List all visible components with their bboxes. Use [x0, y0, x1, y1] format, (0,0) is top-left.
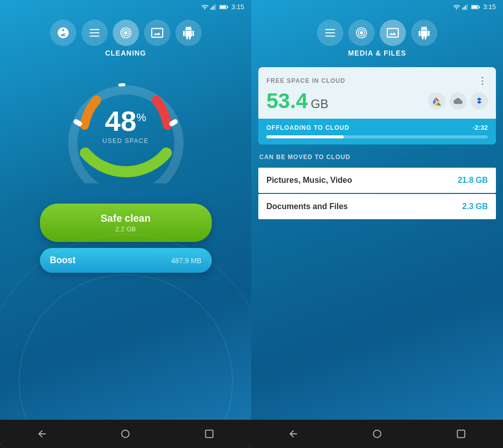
clean-icon — [119, 26, 132, 39]
icloud-icon-btn[interactable] — [449, 92, 467, 110]
nav-menu-btn[interactable] — [81, 20, 108, 46]
cloud-card-header: FREE SPACE IN CLOUD ⋮ — [266, 75, 488, 86]
menu-icon — [88, 26, 101, 39]
cloud-card: FREE SPACE IN CLOUD ⋮ 53.4GB — [258, 67, 496, 144]
icloud-icon — [453, 96, 463, 106]
boost-size: 487.9 MB — [171, 257, 202, 265]
offload-time: -2:32 — [473, 124, 488, 131]
google-drive-icon — [432, 96, 441, 106]
svg-rect-5 — [227, 6, 228, 8]
dropbox-icon — [475, 96, 484, 106]
right-time: 3:15 — [483, 3, 496, 11]
boost-label: Boost — [50, 255, 76, 266]
right-status-bar: 3:15 — [251, 0, 503, 11]
left-top-nav — [0, 11, 251, 46]
right-nav-media-btn[interactable] — [380, 20, 406, 46]
free-space-display: 53.4GB — [266, 90, 328, 112]
cloud-header-label: FREE SPACE IN CLOUD — [266, 77, 345, 84]
right-nav-android-btn[interactable] — [411, 20, 437, 46]
signal-icon-right — [462, 4, 469, 11]
left-panel: 3:15 CLEANING — [0, 0, 251, 448]
home-icon-left — [120, 428, 131, 439]
back-button-left[interactable] — [32, 424, 52, 444]
recents-icon-left — [204, 428, 215, 439]
svg-rect-27 — [458, 430, 465, 438]
gauge-center: 48% USED SPACE — [103, 107, 149, 144]
file-list-item-0[interactable]: Pictures, Music, Video 21.8 GB — [258, 168, 496, 193]
signal-icon — [210, 4, 217, 11]
battery-icon-right — [471, 4, 480, 11]
svg-rect-18 — [465, 5, 466, 10]
safe-clean-button[interactable]: Safe clean 2.2 GB — [40, 204, 212, 242]
clean-icon-right — [355, 26, 368, 39]
file-list-item-1[interactable]: Documents and Files 2.3 GB — [258, 194, 496, 219]
android-icon — [182, 26, 195, 39]
free-space-row: 53.4GB — [266, 90, 488, 112]
svg-rect-21 — [479, 6, 480, 8]
home-button-left[interactable] — [115, 424, 135, 444]
nav-logo-btn[interactable] — [50, 20, 76, 46]
media-icon-right — [386, 26, 399, 39]
right-top-nav — [251, 11, 503, 46]
offload-label: OFFLOADING TO CLOUD — [266, 124, 349, 131]
gauge-used-space-label: USED SPACE — [103, 137, 149, 144]
svg-rect-6 — [220, 6, 226, 8]
wifi-icon-right — [453, 4, 460, 11]
right-bottom-nav — [251, 420, 503, 448]
svg-rect-1 — [212, 6, 213, 9]
offload-bar-container: OFFLOADING TO CLOUD -2:32 — [258, 119, 496, 144]
cloud-more-options[interactable]: ⋮ — [478, 75, 488, 86]
recents-button-right[interactable] — [451, 424, 471, 444]
nav-android-btn[interactable] — [175, 20, 202, 46]
file-item-name-0: Pictures, Music, Video — [266, 176, 352, 185]
nav-clean-btn[interactable] — [113, 20, 139, 46]
left-section-label: CLEANING — [105, 49, 146, 57]
gauge-container: 48% USED SPACE — [55, 72, 197, 183]
svg-point-26 — [374, 430, 381, 438]
action-buttons: Safe clean 2.2 GB Boost 487.9 MB — [40, 204, 212, 273]
recents-icon-right — [455, 428, 467, 439]
left-time: 3:15 — [232, 3, 244, 11]
svg-rect-3 — [215, 4, 216, 10]
home-button-right[interactable] — [367, 424, 387, 444]
svg-rect-22 — [472, 6, 478, 8]
svg-point-14 — [122, 430, 129, 438]
left-status-bar: 3:15 — [0, 0, 251, 11]
cloud-service-icons — [428, 92, 488, 110]
svg-rect-8 — [89, 32, 100, 33]
svg-rect-23 — [325, 29, 335, 30]
back-button-right[interactable] — [283, 424, 303, 444]
file-list: Pictures, Music, Video 21.8 GB Documents… — [258, 168, 496, 219]
google-drive-icon-btn[interactable] — [428, 92, 445, 110]
wifi-icon — [201, 4, 208, 11]
boost-button[interactable]: Boost 487.9 MB — [40, 248, 212, 273]
free-space-amount: 53.4 — [266, 89, 308, 113]
back-icon-right — [288, 428, 299, 439]
media-icon — [151, 26, 164, 39]
nav-media-btn[interactable] — [144, 20, 170, 46]
right-content-area: FREE SPACE IN CLOUD ⋮ 53.4GB — [251, 67, 503, 448]
back-icon-left — [36, 428, 48, 439]
file-item-name-1: Documents and Files — [266, 202, 348, 211]
android-icon-right — [418, 26, 431, 39]
safe-clean-title: Safe clean — [50, 213, 202, 224]
safe-clean-subtitle: 2.2 GB — [50, 225, 202, 233]
svg-rect-0 — [210, 8, 211, 10]
recents-button-left[interactable] — [199, 424, 219, 444]
file-item-size-0: 21.8 GB — [458, 176, 488, 185]
offload-progress-fill — [266, 135, 344, 138]
free-space-unit: GB — [311, 97, 329, 111]
home-icon-right — [372, 428, 383, 439]
gauge-percent-value: 48% — [103, 107, 149, 135]
svg-rect-16 — [462, 8, 463, 10]
right-panel: 3:15 MEDIA & FILES FREE SPACE IN CLOUD ⋮ — [251, 0, 503, 448]
file-item-size-1: 2.3 GB — [462, 202, 488, 211]
dropbox-icon-btn[interactable] — [471, 92, 488, 110]
logo-icon — [57, 26, 70, 39]
svg-rect-17 — [464, 6, 465, 9]
right-section-label: MEDIA & FILES — [348, 49, 406, 57]
right-nav-menu-btn[interactable] — [317, 20, 343, 46]
left-status-icons — [201, 4, 228, 11]
svg-rect-2 — [213, 5, 214, 10]
right-nav-clean-btn[interactable] — [348, 20, 375, 46]
